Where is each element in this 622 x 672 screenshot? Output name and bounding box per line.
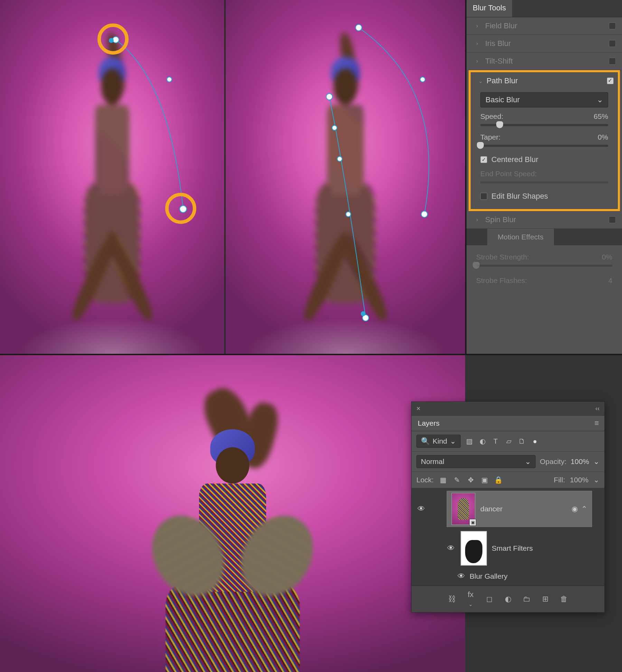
strobe-flashes-label: Strobe Flashes: <box>476 276 527 285</box>
new-layer-icon[interactable]: ⊞ <box>540 595 550 604</box>
path-blur-enable-checkbox[interactable] <box>607 77 614 84</box>
fx-icon[interactable]: fx <box>466 590 475 608</box>
blur-gallery-filter-row[interactable]: 👁 Blur Gallery <box>412 569 604 586</box>
speed-value[interactable]: 65% <box>594 112 608 121</box>
image-icon[interactable]: ▨ <box>465 437 474 446</box>
layer-row-dancer[interactable]: ▣ dancer ◉ ⌃ <box>446 490 593 528</box>
chevron-down-icon: ⌄ <box>478 78 483 84</box>
link-icon[interactable]: ⛓ <box>447 595 457 604</box>
layers-tab[interactable]: Layers <box>412 416 446 431</box>
visibility-toggle[interactable]: 👁 <box>456 572 466 581</box>
taper-label: Taper: <box>480 133 500 141</box>
layer-name[interactable]: dancer <box>480 505 502 513</box>
filter-effects-icon[interactable]: ◉ <box>572 505 578 513</box>
shape-icon[interactable]: ▱ <box>504 437 513 446</box>
layer-thumbnail[interactable]: ▣ <box>451 493 475 525</box>
tilt-shift-item[interactable]: Tilt-Shift <box>466 53 622 70</box>
svg-point-4 <box>356 25 362 31</box>
svg-point-8 <box>332 125 337 130</box>
svg-point-2 <box>167 77 172 82</box>
svg-point-7 <box>326 94 332 100</box>
lock-pixels-icon[interactable]: ▦ <box>439 475 447 484</box>
visibility-toggle[interactable]: 👁 <box>446 544 456 553</box>
field-blur-item[interactable]: Field Blur <box>466 17 622 35</box>
path-blur-mode-select[interactable]: Basic Blur⌄ <box>480 92 608 107</box>
strobe-strength-label: Strobe Strength: <box>476 253 529 261</box>
adjustment-icon[interactable]: ◐ <box>478 437 487 446</box>
chevron-down-icon: ⌄ <box>450 437 456 445</box>
end-point-speed-slider <box>480 181 608 183</box>
svg-point-9 <box>337 157 342 161</box>
speed-label: Speed: <box>480 112 503 121</box>
fill-value[interactable]: 100% <box>570 476 588 484</box>
chevron-down-icon[interactable]: ⌄ <box>593 476 600 484</box>
lock-all-icon[interactable]: 🔒 <box>494 475 503 484</box>
strobe-strength-slider <box>476 265 612 267</box>
lock-artboard-icon[interactable]: ▣ <box>480 475 489 484</box>
svg-point-5 <box>420 77 425 82</box>
panel-menu-icon[interactable]: ≡ <box>589 419 604 428</box>
opacity-label: Opacity: <box>540 457 566 466</box>
svg-point-6 <box>421 211 427 217</box>
path-blur-header[interactable]: ⌄ Path Blur <box>471 72 618 89</box>
spin-blur-item[interactable]: Spin Blur <box>466 211 622 229</box>
centered-blur-checkbox[interactable] <box>480 156 487 163</box>
adjustment-layer-icon[interactable]: ◐ <box>503 595 513 604</box>
motion-effects-tab[interactable]: Motion Effects <box>487 229 554 245</box>
path-endpoint-highlight-top <box>97 23 129 55</box>
end-point-speed-label: End Point Speed: <box>480 170 537 178</box>
layers-footer: ⛓ fx ◻ ◐ 🗀 ⊞ 🗑 <box>412 586 604 612</box>
chevron-down-icon: ⌄ <box>525 457 531 466</box>
search-icon: 🔍 <box>421 437 430 445</box>
lock-position-icon[interactable]: ✥ <box>466 475 475 484</box>
mask-icon[interactable]: ◻ <box>484 595 494 604</box>
svg-point-12 <box>361 312 365 316</box>
chevron-down-icon: ⌄ <box>597 95 603 104</box>
lock-brush-icon[interactable]: ✎ <box>452 475 461 484</box>
blend-mode-select[interactable]: Normal⌄ <box>416 455 536 468</box>
visibility-toggle[interactable]: 👁 <box>416 504 426 513</box>
close-icon[interactable]: × <box>416 405 421 413</box>
path-endpoint-highlight-bottom <box>165 193 196 224</box>
layers-panel: × ‹‹ Layers ≡ 🔍 Kind ⌄ ▨ ◐ T ▱ 🗋 ● Norma… <box>411 401 605 613</box>
canvas-preview-1[interactable] <box>0 0 224 354</box>
smartobject-badge-icon: ▣ <box>469 519 476 526</box>
smart-filters-row[interactable]: 👁 Smart Filters <box>412 528 604 569</box>
fill-label: Fill: <box>554 476 565 484</box>
path-blur-section-highlight: ⌄ Path Blur Basic Blur⌄ Speed:65% Taper:… <box>469 70 620 211</box>
expand-icon[interactable]: ⌃ <box>581 505 587 513</box>
lock-label: Lock: <box>416 476 434 484</box>
iris-blur-item[interactable]: Iris Blur <box>466 35 622 53</box>
group-icon[interactable]: 🗀 <box>522 595 531 604</box>
smartobject-icon[interactable]: 🗋 <box>517 437 526 446</box>
strobe-flashes-value: 4 <box>608 276 612 285</box>
blur-tools-panel: Blur Tools Field Blur Iris Blur Tilt-Shi… <box>466 0 622 354</box>
blur-tools-tab[interactable]: Blur Tools <box>466 0 512 17</box>
taper-slider[interactable] <box>480 145 608 147</box>
filter-toggle-icon[interactable]: ● <box>530 437 539 446</box>
strobe-strength-value: 0% <box>602 253 612 261</box>
taper-value[interactable]: 0% <box>598 133 608 141</box>
trash-icon[interactable]: 🗑 <box>559 595 569 604</box>
svg-point-10 <box>346 212 351 217</box>
type-icon[interactable]: T <box>491 437 500 446</box>
speed-slider[interactable] <box>480 124 608 126</box>
opacity-value[interactable]: 100% <box>571 457 589 466</box>
smart-filter-mask-thumbnail[interactable] <box>461 531 487 566</box>
layer-filter-kind-select[interactable]: 🔍 Kind ⌄ <box>416 435 461 448</box>
edit-blur-shapes-checkbox[interactable] <box>480 193 487 200</box>
canvas-preview-2[interactable] <box>226 0 465 354</box>
chevron-down-icon[interactable]: ⌄ <box>593 457 600 466</box>
collapse-icon[interactable]: ‹‹ <box>595 405 600 412</box>
canvas-result[interactable] <box>0 355 465 672</box>
